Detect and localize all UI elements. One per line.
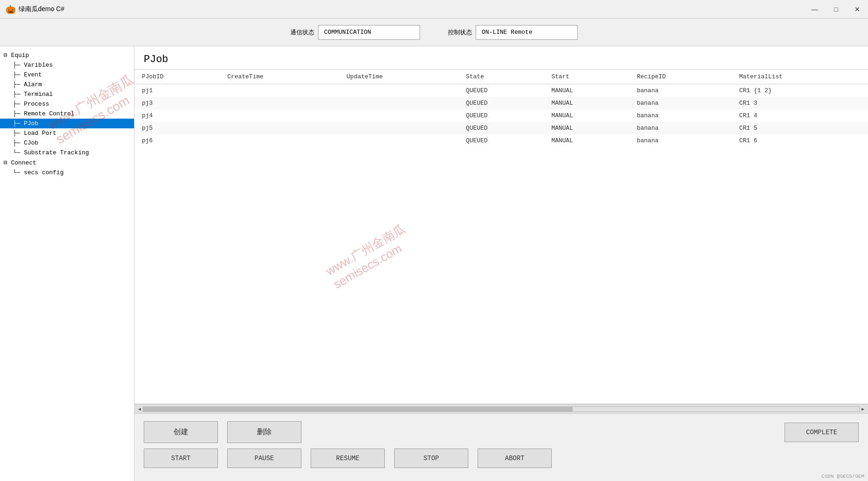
ctrl-value: ON-LINE Remote bbox=[476, 25, 578, 40]
close-button[interactable]: ✕ bbox=[847, 0, 868, 19]
cell-start: MANUAL bbox=[544, 97, 629, 109]
cell-updatetime bbox=[339, 84, 459, 97]
scrollbar-thumb[interactable] bbox=[143, 407, 573, 411]
cell-recipeid: banana bbox=[629, 84, 732, 97]
resume-button[interactable]: RESUME bbox=[311, 449, 385, 468]
sidebar-item-alarm[interactable]: ├─ Alarm bbox=[0, 80, 134, 89]
sidebar: ⊟ Equip ├─ Varibles ├─ Event ├─ Alarm ├─… bbox=[0, 46, 134, 481]
cell-materiallist: CR1 5 bbox=[732, 122, 868, 134]
cell-start: MANUAL bbox=[544, 122, 629, 134]
maximize-button[interactable]: □ bbox=[825, 0, 847, 19]
cell-recipeid: banana bbox=[629, 97, 732, 109]
sidebar-item-equip[interactable]: ⊟ Equip bbox=[0, 50, 134, 60]
table-row[interactable]: pj1QUEUEDMANUALbananaCR1 {1 2} bbox=[134, 84, 868, 97]
abort-button[interactable]: ABORT bbox=[478, 449, 552, 468]
start-button[interactable]: START bbox=[144, 449, 218, 468]
button-row-2: START PAUSE RESUME STOP ABORT bbox=[144, 449, 859, 468]
stop-button[interactable]: STOP bbox=[394, 449, 468, 468]
cell-createtime bbox=[220, 97, 339, 109]
create-button[interactable]: 创建 bbox=[144, 421, 218, 443]
col-start: Start bbox=[544, 70, 629, 84]
table-row[interactable]: pj5QUEUEDMANUALbananaCR1 5 bbox=[134, 122, 868, 134]
table-row[interactable]: pj4QUEUEDMANUALbananaCR1 4 bbox=[134, 109, 868, 122]
cell-state: QUEUED bbox=[459, 109, 544, 122]
cell-materiallist: CR1 4 bbox=[732, 109, 868, 122]
page-title: PJob bbox=[134, 46, 868, 69]
content-area: PJob PJobID CreateTime UpdateTime State … bbox=[134, 46, 868, 481]
status-bar: 通信状态 COMMUNICATION 控制状态 ON-LINE Remote bbox=[0, 19, 868, 46]
cell-recipeid: banana bbox=[629, 122, 732, 134]
cell-recipeid: banana bbox=[629, 109, 732, 122]
sidebar-item-event[interactable]: ├─ Event bbox=[0, 70, 134, 80]
cell-pjobid: pj6 bbox=[134, 134, 220, 147]
cell-updatetime bbox=[339, 97, 459, 109]
app-icon: 🎃 bbox=[6, 5, 15, 14]
col-createtime: CreateTime bbox=[220, 70, 339, 84]
cell-materiallist: CR1 3 bbox=[732, 97, 868, 109]
cell-start: MANUAL bbox=[544, 84, 629, 97]
cell-start: MANUAL bbox=[544, 134, 629, 147]
cell-pjobid: pj3 bbox=[134, 97, 220, 109]
comm-label: 通信状态 bbox=[290, 28, 314, 37]
cell-createtime bbox=[220, 134, 339, 147]
delete-button[interactable]: 删除 bbox=[227, 421, 301, 443]
cell-start: MANUAL bbox=[544, 109, 629, 122]
sidebar-item-terminal[interactable]: ├─ Terminal bbox=[0, 89, 134, 99]
button-row-1: 创建 删除 COMPLETE bbox=[144, 421, 859, 443]
table-row[interactable]: pj6QUEUEDMANUALbananaCR1 6 bbox=[134, 134, 868, 147]
cell-pjobid: pj5 bbox=[134, 122, 220, 134]
ctrl-label: 控制状态 bbox=[448, 28, 472, 37]
col-state: State bbox=[459, 70, 544, 84]
sidebar-item-process[interactable]: ├─ Process bbox=[0, 99, 134, 109]
window-controls: — □ ✕ bbox=[804, 0, 868, 19]
cell-createtime bbox=[220, 122, 339, 134]
cell-updatetime bbox=[339, 122, 459, 134]
cell-updatetime bbox=[339, 109, 459, 122]
pause-button[interactable]: PAUSE bbox=[227, 449, 301, 468]
col-updatetime: UpdateTime bbox=[339, 70, 459, 84]
cell-state: QUEUED bbox=[459, 134, 544, 147]
cell-materiallist: CR1 6 bbox=[732, 134, 868, 147]
sidebar-item-remote-control[interactable]: ├─ Remote Control bbox=[0, 109, 134, 119]
col-materiallist: MaterialList bbox=[732, 70, 868, 84]
sidebar-item-load-port[interactable]: ├─ Load Port bbox=[0, 128, 134, 138]
comm-value: COMMUNICATION bbox=[318, 25, 420, 40]
cell-state: QUEUED bbox=[459, 97, 544, 109]
sidebar-item-varibles[interactable]: ├─ Varibles bbox=[0, 60, 134, 70]
col-pjobid: PJobID bbox=[134, 70, 220, 84]
app-title: 绿南瓜demo C# bbox=[19, 5, 64, 13]
cell-materiallist: CR1 {1 2} bbox=[732, 84, 868, 97]
sidebar-item-pjob[interactable]: ├─ PJob bbox=[0, 119, 134, 128]
button-area: 创建 删除 COMPLETE START PAUSE RESUME STOP A… bbox=[134, 413, 868, 481]
cell-createtime bbox=[220, 84, 339, 97]
data-table-container[interactable]: PJobID CreateTime UpdateTime State Start… bbox=[134, 69, 868, 404]
scrollbar-track[interactable] bbox=[143, 406, 860, 412]
pjob-table: PJobID CreateTime UpdateTime State Start… bbox=[134, 70, 868, 147]
cell-pjobid: pj1 bbox=[134, 84, 220, 97]
comm-status-item: 通信状态 COMMUNICATION bbox=[290, 25, 420, 40]
cell-createtime bbox=[220, 109, 339, 122]
ctrl-status-item: 控制状态 ON-LINE Remote bbox=[448, 25, 578, 40]
table-row[interactable]: pj3QUEUEDMANUALbananaCR1 3 bbox=[134, 97, 868, 109]
cell-state: QUEUED bbox=[459, 122, 544, 134]
footer-credit: CSDN @SECS/GEM bbox=[822, 474, 864, 479]
horizontal-scrollbar[interactable]: ◀ ▶ bbox=[134, 404, 868, 413]
table-body: pj1QUEUEDMANUALbananaCR1 {1 2}pj3QUEUEDM… bbox=[134, 84, 868, 147]
sidebar-item-substrate-tracking[interactable]: └─ Substrate Tracking bbox=[0, 148, 134, 158]
table-header-row: PJobID CreateTime UpdateTime State Start… bbox=[134, 70, 868, 84]
sidebar-item-secs-config[interactable]: └─ secs config bbox=[0, 168, 134, 177]
minimize-button[interactable]: — bbox=[804, 0, 825, 19]
complete-button[interactable]: COMPLETE bbox=[785, 423, 859, 442]
col-recipeid: RecipeID bbox=[629, 70, 732, 84]
sidebar-item-cjob[interactable]: ├─ CJob bbox=[0, 138, 134, 148]
cell-updatetime bbox=[339, 134, 459, 147]
cell-pjobid: pj4 bbox=[134, 109, 220, 122]
sidebar-item-connect[interactable]: ⊟ Connect bbox=[0, 158, 134, 168]
scroll-left-arrow[interactable]: ◀ bbox=[136, 406, 143, 412]
title-bar: 🎃 绿南瓜demo C# — □ ✕ bbox=[0, 0, 868, 19]
cell-recipeid: banana bbox=[629, 134, 732, 147]
scroll-right-arrow[interactable]: ▶ bbox=[860, 406, 866, 412]
main-container: ⊟ Equip ├─ Varibles ├─ Event ├─ Alarm ├─… bbox=[0, 46, 868, 481]
cell-state: QUEUED bbox=[459, 84, 544, 97]
